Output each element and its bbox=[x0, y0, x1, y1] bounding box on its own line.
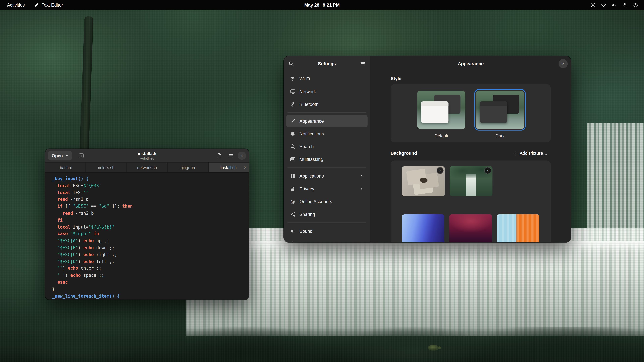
search-icon bbox=[290, 144, 296, 149]
sidebar-item-bluetooth[interactable]: Bluetooth bbox=[286, 98, 368, 110]
code-line: "$ESC[A") echo up ;; bbox=[52, 237, 249, 244]
tab-close-button[interactable]: × bbox=[244, 165, 246, 170]
code-line: "$ESC[C") echo right ;; bbox=[52, 251, 249, 258]
style-selector: Default Dark bbox=[390, 84, 551, 142]
page-title: Appearance bbox=[458, 61, 484, 66]
hamburger-menu-icon bbox=[360, 61, 366, 66]
code-line: } bbox=[52, 286, 249, 293]
code-line: read -rsn2 b bbox=[52, 210, 249, 217]
wallpaper-thumb-blue-purple-geometric[interactable] bbox=[402, 214, 444, 242]
code-line: if [[ "$ESC" == "$a" ]]; then bbox=[52, 203, 249, 210]
focused-app-name: Text Editor bbox=[42, 2, 63, 7]
add-picture-button[interactable]: Add Picture… bbox=[509, 149, 551, 157]
wallpaper-thumb-dark-red-gradient[interactable] bbox=[450, 214, 492, 242]
wallpaper-thumb-light-abstract[interactable]: × bbox=[402, 166, 445, 196]
settings-search-button[interactable] bbox=[286, 59, 296, 68]
wallpaper-thumb-blue-orange-split[interactable] bbox=[497, 214, 539, 242]
sidebar-item-label: Appearance bbox=[299, 119, 324, 123]
document-subtitle: ~/dotfiles bbox=[138, 156, 156, 160]
tab-network-sh[interactable]: network.sh bbox=[127, 163, 168, 172]
svg-text:@: @ bbox=[290, 199, 295, 204]
code-line: '') echo enter ;; bbox=[52, 265, 249, 272]
settings-title: Settings bbox=[318, 61, 336, 66]
editor-header-actions: × bbox=[214, 151, 246, 161]
sidebar-item-privacy[interactable]: Privacy bbox=[286, 183, 368, 195]
sidebar-separator bbox=[288, 112, 366, 113]
settings-sidebar: Settings Wi-Fi Network bbox=[284, 56, 370, 242]
sidebar-item-sharing[interactable]: Sharing bbox=[286, 208, 368, 220]
tab-bashrc[interactable]: .bashrc bbox=[45, 163, 86, 172]
text-editor-window: Open install.sh ~/dotfiles bbox=[45, 149, 249, 300]
code-line: ' ') echo space ;; bbox=[52, 272, 249, 279]
appearance-headerbar[interactable]: Appearance × bbox=[370, 56, 571, 71]
microphone-icon bbox=[622, 2, 628, 7]
sidebar-item-label: Multitasking bbox=[299, 157, 323, 162]
sidebar-item-label: Applications bbox=[299, 174, 324, 178]
sidebar-item-wifi[interactable]: Wi-Fi bbox=[286, 72, 368, 85]
sidebar-item-multitasking[interactable]: Multitasking bbox=[286, 153, 368, 165]
editor-close-button[interactable]: × bbox=[238, 151, 246, 160]
settings-close-button[interactable]: × bbox=[559, 59, 568, 68]
sidebar-item-applications[interactable]: Applications bbox=[286, 170, 368, 182]
code-line: esac bbox=[52, 279, 249, 286]
code-line: read -rsn1 a bbox=[52, 196, 249, 203]
plus-icon bbox=[513, 151, 518, 156]
sidebar-item-label: Wi-Fi bbox=[299, 76, 310, 81]
background-gallery-card: × × bbox=[390, 161, 551, 242]
hamburger-menu-icon bbox=[228, 152, 234, 159]
clock-date: May 28 bbox=[304, 2, 319, 7]
wifi-icon bbox=[290, 76, 296, 82]
new-tab-button[interactable] bbox=[76, 151, 86, 161]
system-tray[interactable] bbox=[590, 0, 644, 10]
sidebar-item-label: Bluetooth bbox=[299, 102, 318, 107]
sidebar-list: Wi-Fi Network Bluetooth bbox=[284, 71, 370, 242]
sidebar-item-online-accounts[interactable]: @ Online Accounts bbox=[286, 195, 368, 208]
sidebar-item-power[interactable]: Power bbox=[286, 238, 368, 242]
tab-gitignore[interactable]: .gitignore bbox=[168, 163, 208, 172]
clock[interactable]: May 28 8:21 PM bbox=[300, 0, 344, 10]
remove-wallpaper-button[interactable]: × bbox=[436, 167, 444, 174]
main-menu-button[interactable] bbox=[226, 151, 236, 161]
background-gallery-row bbox=[402, 214, 539, 242]
tab-colors-sh[interactable]: colors.sh bbox=[86, 163, 127, 172]
sidebar-item-label: Power bbox=[299, 241, 312, 242]
editor-tab-bar: .bashrc colors.sh network.sh .gitignore … bbox=[45, 162, 249, 173]
wallpaper-image bbox=[497, 214, 539, 242]
sidebar-item-sound[interactable]: Sound bbox=[286, 225, 368, 237]
style-option-default[interactable]: Default bbox=[416, 89, 467, 138]
search-icon bbox=[288, 61, 294, 66]
sidebar-headerbar[interactable]: Settings bbox=[284, 56, 370, 71]
settings-menu-button[interactable] bbox=[358, 59, 367, 68]
wallpaper-image bbox=[402, 214, 444, 242]
sidebar-item-appearance[interactable]: Appearance bbox=[286, 115, 368, 127]
power-icon bbox=[633, 2, 638, 7]
chevron-right-icon bbox=[360, 187, 364, 191]
wallpaper-thumb-forest-waterfall[interactable]: × bbox=[450, 166, 492, 196]
style-option-dark[interactable]: Dark bbox=[474, 89, 526, 138]
style-option-label: Dark bbox=[496, 133, 504, 138]
open-button[interactable]: Open bbox=[48, 151, 72, 160]
sidebar-item-label: Sharing bbox=[299, 212, 315, 217]
code-editor-area[interactable]: _key_input() { local ESC=$'\033' local I… bbox=[45, 173, 249, 299]
style-section-label: Style bbox=[390, 76, 551, 81]
code-line: fi bbox=[52, 217, 249, 224]
background-section-header: Background Add Picture… bbox=[390, 149, 551, 157]
sidebar-separator bbox=[288, 222, 366, 223]
remove-wallpaper-button[interactable]: × bbox=[484, 167, 491, 174]
sidebar-item-label: Notifications bbox=[299, 131, 324, 136]
style-option-label: Default bbox=[434, 133, 448, 138]
sidebar-item-network[interactable]: Network bbox=[286, 85, 368, 97]
style-thumb-dark-selected bbox=[474, 89, 526, 130]
top-bar: Activities Text Editor May 28 8:21 PM bbox=[0, 0, 644, 10]
sidebar-item-search[interactable]: Search bbox=[286, 140, 368, 153]
document-properties-button[interactable] bbox=[214, 151, 224, 161]
sidebar-separator bbox=[288, 167, 366, 168]
activities-button[interactable]: Activities bbox=[3, 2, 28, 8]
code-line: "$ESC[B") echo down ;; bbox=[52, 244, 249, 251]
speaker-icon bbox=[290, 228, 296, 234]
apps-grid-icon bbox=[290, 173, 296, 179]
focused-app-menu[interactable]: Text Editor bbox=[30, 1, 67, 8]
editor-headerbar[interactable]: Open install.sh ~/dotfiles bbox=[45, 149, 249, 162]
tab-install-sh[interactable]: install.sh × bbox=[208, 163, 249, 172]
sidebar-item-notifications[interactable]: Notifications bbox=[286, 128, 368, 140]
